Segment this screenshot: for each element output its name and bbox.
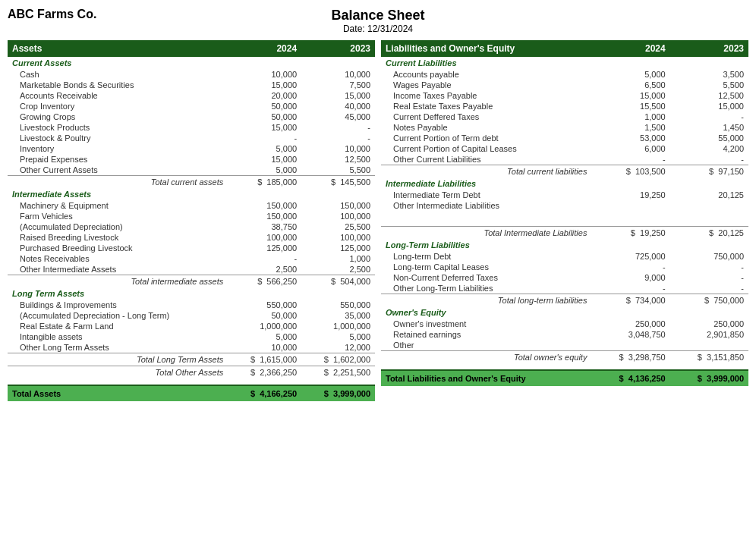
list-item: Long-term Capital Leases--	[381, 262, 748, 272]
list-item: Current Portion of Term debt53,00055,000	[381, 133, 748, 143]
liabilities-col-2024: 2024	[591, 40, 669, 57]
list-item: Current Portion of Capital Leases6,0004,…	[381, 143, 748, 154]
intermediate-assets-label: Intermediate Assets	[8, 188, 375, 200]
list-item: Cash10,00010,000	[8, 69, 375, 80]
list-item: Inventory5,00010,000	[8, 143, 375, 154]
total-liabilities-equity-row: Total Liabilities and Owner's Equity $ 4…	[381, 370, 748, 386]
list-item: Intermediate Term Debt19,25020,125	[381, 190, 748, 200]
list-item: Machinery & Equipment150,000150,000	[8, 200, 375, 211]
assets-header: Assets 2024 2023	[8, 40, 375, 57]
list-item: Purchased Breeding Livestock125,000125,0…	[8, 243, 375, 253]
list-item: Farm Vehicles150,000100,000	[8, 211, 375, 221]
list-item: Other Long-Term Liabilities--	[381, 283, 748, 294]
total-current-assets: Total current assets $ 185,000 $ 145,500	[8, 176, 375, 189]
list-item: Long-term Debt725,000750,000	[381, 251, 748, 262]
list-item: Raised Breeding Livestock100,000100,000	[8, 232, 375, 243]
total-equity: Total owner's equity $ 3,298,750 $ 3,151…	[381, 351, 748, 364]
longterm-assets-label: Long Term Assets	[8, 287, 375, 300]
total-liabilities-equity-label: Total Liabilities and Owner's Equity	[381, 370, 591, 386]
list-item: Other	[381, 340, 748, 351]
liabilities-section-label: Liabilities and Owner's Equity	[381, 40, 591, 57]
longterm-liabilities-label: Long-Term Liabilities	[381, 239, 748, 251]
intermediate-liabilities-label: Intermediate Liabilities	[381, 177, 748, 190]
equity-label: Owner's Equity	[381, 306, 748, 319]
assets-col-2023: 2023	[301, 40, 375, 57]
liabilities-header: Liabilities and Owner's Equity 2024 2023	[381, 40, 748, 57]
list-item: Other Current Liabilities--	[381, 154, 748, 165]
current-assets-section: Current Assets	[8, 57, 375, 69]
total-intermediate-liabilities: Total Intermediate Liabilities $ 19,250 …	[381, 227, 748, 240]
list-item: Other Current Assets5,0005,500	[8, 165, 375, 176]
list-item: Other Intermediate Assets2,5002,500	[8, 264, 375, 275]
list-item: Prepaid Expenses15,00012,500	[8, 154, 375, 165]
current-assets-label: Current Assets	[8, 57, 375, 69]
list-item: Growing Crops50,00045,000	[8, 111, 375, 122]
current-liabilities-label: Current Liabilities	[381, 57, 748, 69]
list-item: Accounts payable5,0003,500	[381, 69, 748, 80]
date-value: 12/31/2024	[367, 24, 413, 34]
equity-section: Owner's Equity	[381, 306, 748, 319]
liabilities-col-2023: 2023	[670, 40, 748, 57]
assets-section-label: Assets	[8, 40, 228, 57]
list-item: Notes Receivables-1,000	[8, 253, 375, 264]
assets-col-2024: 2024	[228, 40, 301, 57]
list-item: Real Estate & Farm Land1,000,0001,000,00…	[8, 321, 375, 331]
total-other-assets: Total Other Assets $ 2,366,250 $ 2,251,5…	[8, 366, 375, 379]
total-intermediate-assets: Total intermediate assets $ 566,250 $ 50…	[8, 275, 375, 288]
list-item: Current Deffered Taxes1,000-	[381, 111, 748, 122]
list-item: Livestock & Poultry--	[8, 133, 375, 143]
list-item: Non-Current Deferred Taxes9,000-	[381, 272, 748, 283]
list-item: Retained earnings3,048,7502,901,850	[381, 329, 748, 340]
page-title: Balance Sheet	[331, 8, 424, 24]
liabilities-panel: Liabilities and Owner's Equity 2024 2023…	[381, 40, 748, 401]
total-longterm-assets: Total Long Term Assets $ 1,615,000 $ 1,6…	[8, 353, 375, 366]
list-item: Owner's investment250,000250,000	[381, 319, 748, 329]
current-liabilities-section: Current Liabilities	[381, 57, 748, 69]
list-item: Livestock Products15,000-	[8, 122, 375, 133]
list-item: Other Long Term Assets10,00012,000	[8, 342, 375, 353]
list-item: (Accumulated Depreciation)38,75025,500	[8, 221, 375, 232]
list-item: Other Intermediate Liabilities	[381, 200, 748, 211]
intermediate-liabilities-section: Intermediate Liabilities	[381, 177, 748, 190]
company-name: ABC Farms Co.	[8, 8, 96, 21]
date-label: Date:	[343, 24, 365, 34]
list-item: Wages Payable6,5005,500	[381, 80, 748, 90]
total-current-liabilities: Total current liabilities $ 103,500 $ 97…	[381, 165, 748, 178]
longterm-liabilities-section: Long-Term Liabilities	[381, 239, 748, 251]
list-item: Crop Inventory50,00040,000	[8, 101, 375, 111]
list-item: Income Taxes Payable15,00012,500	[381, 90, 748, 101]
list-item: Marketable Bonds & Securities15,0007,500	[8, 80, 375, 90]
list-item: Real Estate Taxes Payable15,50015,000	[381, 101, 748, 111]
total-longterm-liabilities: Total long-term liabilities $ 734,000 $ …	[381, 294, 748, 307]
longterm-assets-section: Long Term Assets	[8, 287, 375, 300]
list-item: Accounts Receivable20,00015,000	[8, 90, 375, 101]
list-item: (Accumulated Depreciation - Long Term)50…	[8, 310, 375, 321]
total-assets-label: Total Assets	[8, 385, 228, 401]
list-item: Intangible assets5,0005,000	[8, 331, 375, 342]
list-item: Notes Payable1,5001,450	[381, 122, 748, 133]
intermediate-assets-section: Intermediate Assets	[8, 188, 375, 200]
list-item: Buildings & Improvements550,000550,000	[8, 300, 375, 310]
total-assets-row: Total Assets $ 4,166,250 $ 3,999,000	[8, 385, 375, 401]
assets-panel: Assets 2024 2023 Current Assets Cash10,0…	[8, 40, 375, 401]
